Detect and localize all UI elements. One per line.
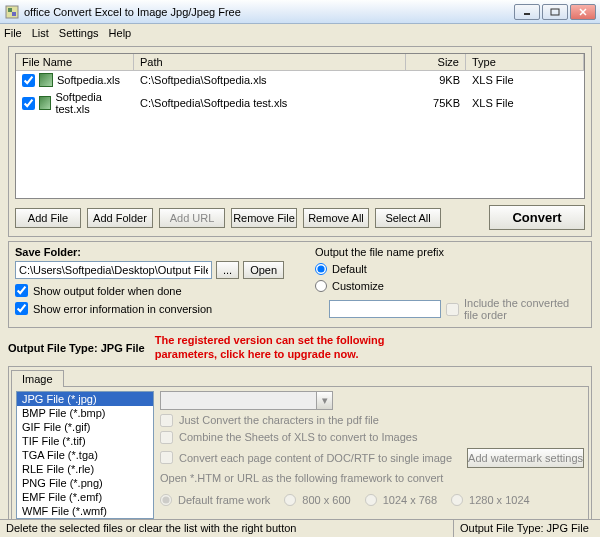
format-item[interactable]: TGA File (*.tga): [17, 448, 153, 462]
res-1280-radio: [451, 494, 463, 506]
browse-button[interactable]: ...: [216, 261, 239, 279]
format-item[interactable]: BMP File (*.bmp): [17, 406, 153, 420]
save-path-input[interactable]: [15, 261, 212, 279]
format-item[interactable]: TIF File (*.tif): [17, 434, 153, 448]
remove-all-button[interactable]: Remove All: [303, 208, 369, 228]
cell-size: 75KB: [433, 97, 460, 109]
prefix-customize-radio[interactable]: [315, 280, 327, 292]
add-folder-button[interactable]: Add Folder: [87, 208, 153, 228]
row-checkbox[interactable]: [22, 74, 35, 87]
prefix-default-radio[interactable]: [315, 263, 327, 275]
status-hint: Delete the selected files or clear the l…: [0, 520, 454, 537]
res-1280-label: 1280 x 1024: [469, 494, 530, 506]
xls-icon: [39, 96, 51, 110]
combine-label: Combine the Sheets of XLS to convert to …: [179, 431, 417, 443]
tab-image[interactable]: Image: [11, 370, 64, 387]
save-folder-group: Save Folder: ... Open Show output folder…: [8, 241, 592, 328]
add-file-button[interactable]: Add File: [15, 208, 81, 228]
col-size[interactable]: Size: [406, 54, 466, 70]
status-bar: Delete the selected files or clear the l…: [0, 519, 600, 537]
show-error-label: Show error information in conversion: [33, 303, 212, 315]
menu-help[interactable]: Help: [109, 27, 132, 39]
prefix-default-label: Default: [332, 263, 367, 275]
prefix-input[interactable]: [329, 300, 441, 318]
include-order-checkbox: [446, 303, 459, 316]
just-convert-label: Just Convert the characters in the pdf f…: [179, 414, 379, 426]
svg-rect-4: [551, 9, 559, 15]
res-800-label: 800 x 600: [302, 494, 350, 506]
format-item[interactable]: RLE File (*.rle): [17, 462, 153, 476]
res-1024-label: 1024 x 768: [383, 494, 437, 506]
format-item[interactable]: GIF File (*.gif): [17, 420, 153, 434]
upgrade-text[interactable]: The registered version can set the follo…: [155, 334, 435, 362]
menubar: File List Settings Help: [0, 24, 600, 42]
menu-list[interactable]: List: [32, 27, 49, 39]
cell-name: Softpedia.xls: [57, 74, 120, 86]
chevron-down-icon: ▾: [316, 392, 332, 409]
titlebar: office Convert Excel to Image Jpg/Jpeg F…: [0, 0, 600, 24]
res-default-label: Default frame work: [178, 494, 270, 506]
each-page-label: Convert each page content of DOC/RTF to …: [179, 452, 452, 464]
format-item[interactable]: JPG File (*.jpg): [17, 392, 153, 406]
show-output-checkbox[interactable]: [15, 284, 28, 297]
prefix-label: Output the file name prefix: [315, 246, 585, 258]
output-type-label: Output File Type:: [8, 342, 98, 354]
table-row[interactable]: Softpedia.xls C:\Softpedia\Softpedia.xls…: [16, 71, 584, 89]
format-item[interactable]: WMF File (*.wmf): [17, 504, 153, 518]
format-item[interactable]: PNG File (*.png): [17, 476, 153, 490]
cell-path: C:\Softpedia\Softpedia.xls: [140, 74, 267, 86]
maximize-button[interactable]: [542, 4, 568, 20]
menu-settings[interactable]: Settings: [59, 27, 99, 39]
combine-checkbox: [160, 431, 173, 444]
res-800-radio: [284, 494, 296, 506]
show-output-label: Show output folder when done: [33, 285, 182, 297]
window-title: office Convert Excel to Image Jpg/Jpeg F…: [24, 6, 514, 18]
output-options-group: Image JPG File (*.jpg) BMP File (*.bmp) …: [8, 366, 592, 527]
framework-label: Open *.HTM or URL as the following frame…: [160, 472, 584, 484]
cell-size: 9KB: [439, 74, 460, 86]
col-filename[interactable]: File Name: [16, 54, 134, 70]
include-order-label: Include the converted file order: [464, 297, 585, 321]
cell-name: Softpedia test.xls: [55, 91, 128, 115]
prefix-customize-label: Customize: [332, 280, 384, 292]
res-1024-radio: [365, 494, 377, 506]
save-folder-label: Save Folder:: [15, 246, 315, 258]
close-button[interactable]: [570, 4, 596, 20]
xls-icon: [39, 73, 53, 87]
cell-path: C:\Softpedia\Softpedia test.xls: [140, 97, 287, 109]
convert-button[interactable]: Convert: [489, 205, 585, 230]
filelist-group: File Name Path Size Type Softpedia.xls C…: [8, 46, 592, 237]
minimize-button[interactable]: [514, 4, 540, 20]
watermark-button: Add watermark settings: [467, 448, 584, 468]
svg-rect-1: [8, 8, 12, 12]
select-all-button[interactable]: Select All: [375, 208, 441, 228]
each-page-checkbox: [160, 451, 173, 464]
file-list[interactable]: File Name Path Size Type Softpedia.xls C…: [15, 53, 585, 199]
open-button[interactable]: Open: [243, 261, 284, 279]
status-output-type: Output File Type: JPG File: [454, 520, 600, 537]
show-error-checkbox[interactable]: [15, 302, 28, 315]
row-checkbox[interactable]: [22, 97, 35, 110]
just-convert-checkbox: [160, 414, 173, 427]
menu-file[interactable]: File: [4, 27, 22, 39]
add-url-button: Add URL: [159, 208, 225, 228]
app-icon: [4, 4, 20, 20]
output-type-value: JPG File: [101, 342, 145, 354]
col-path[interactable]: Path: [134, 54, 406, 70]
col-type[interactable]: Type: [466, 54, 584, 70]
cell-type: XLS File: [472, 74, 514, 86]
format-item[interactable]: EMF File (*.emf): [17, 490, 153, 504]
cell-type: XLS File: [472, 97, 514, 109]
quality-dropdown: ▾: [160, 391, 333, 410]
remove-file-button[interactable]: Remove File: [231, 208, 297, 228]
table-row[interactable]: Softpedia test.xls C:\Softpedia\Softpedi…: [16, 89, 584, 117]
format-list[interactable]: JPG File (*.jpg) BMP File (*.bmp) GIF Fi…: [16, 391, 154, 519]
res-default-radio: [160, 494, 172, 506]
svg-rect-2: [12, 12, 16, 16]
